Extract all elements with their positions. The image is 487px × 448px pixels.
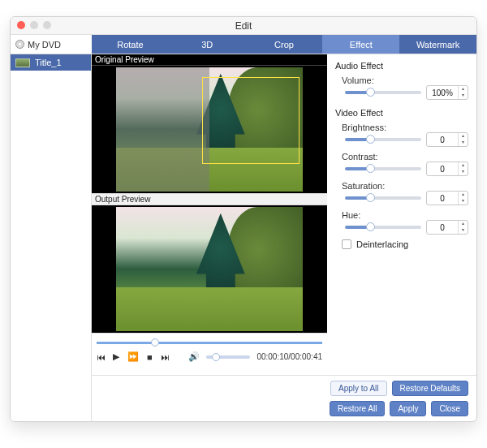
sidebar-item-label: Title_1 xyxy=(35,58,62,67)
brightness-slider[interactable] xyxy=(345,138,421,141)
original-preview-label: Original Preview xyxy=(92,54,327,66)
tab-rotate[interactable]: Rotate xyxy=(92,35,169,54)
mask-overlay xyxy=(116,67,209,192)
volume-icon[interactable]: 🔊 xyxy=(188,351,200,362)
restore-all-button[interactable]: Restore All xyxy=(330,401,385,416)
window-title: Edit xyxy=(11,17,476,35)
transport-bar: ⏮ ▶ ⏩ ■ ⏭ 🔊 00:00:10/00:00:41 xyxy=(92,333,327,375)
original-preview[interactable] xyxy=(92,66,327,193)
title-sidebar: Title_1 xyxy=(11,54,92,421)
saturation-spinner[interactable]: 0▴▾ xyxy=(426,191,468,205)
titlebar: Edit xyxy=(11,17,476,35)
output-preview-label: Output Preview xyxy=(92,193,327,205)
video-effect-title: Video Effect xyxy=(335,108,468,118)
edit-window: Edit My DVD Rotate 3D Crop Effect Waterm… xyxy=(10,16,477,422)
hue-spinner[interactable]: 0▴▾ xyxy=(426,220,468,235)
effects-panel: Audio Effect Volume: 100% ▴▾ Video Effec… xyxy=(327,54,476,375)
source-name: My DVD xyxy=(28,40,61,50)
apply-to-all-button[interactable]: Apply to All xyxy=(330,381,386,396)
close-button[interactable]: Close xyxy=(431,401,468,416)
tab-bar: Rotate 3D Crop Effect Watermark xyxy=(92,35,476,54)
volume-spinner[interactable]: 100% ▴▾ xyxy=(426,85,468,100)
playback-volume-slider[interactable] xyxy=(206,355,250,359)
hue-slider[interactable] xyxy=(345,226,421,229)
stop-button[interactable]: ■ xyxy=(145,352,154,362)
crop-rectangle[interactable] xyxy=(202,77,300,164)
output-preview xyxy=(92,205,327,333)
close-window-icon[interactable] xyxy=(17,21,25,29)
brightness-label: Brightness: xyxy=(342,123,475,132)
tab-watermark[interactable]: Watermark xyxy=(399,35,476,54)
time-display: 00:00:10/00:00:41 xyxy=(256,352,322,361)
restore-defaults-button[interactable]: Restore Defaults xyxy=(392,381,468,396)
saturation-slider[interactable] xyxy=(345,196,421,200)
brightness-spinner[interactable]: 0▴▾ xyxy=(426,132,468,147)
apply-button[interactable]: Apply xyxy=(390,401,426,416)
next-frame-button[interactable]: ⏭ xyxy=(161,352,170,362)
zoom-window-icon[interactable] xyxy=(43,21,51,29)
tab-3d[interactable]: 3D xyxy=(169,35,246,54)
audio-effect-title: Audio Effect xyxy=(335,61,468,71)
tab-effect[interactable]: Effect xyxy=(322,35,399,54)
contrast-slider[interactable] xyxy=(345,167,421,170)
deinterlace-checkbox[interactable] xyxy=(342,239,351,249)
tab-crop[interactable]: Crop xyxy=(246,35,323,54)
deinterlace-label: Deinterlacing xyxy=(356,239,408,249)
volume-step-down[interactable]: ▾ xyxy=(459,93,468,99)
saturation-label: Saturation: xyxy=(342,181,475,191)
sidebar-item-title-1[interactable]: Title_1 xyxy=(11,54,91,71)
volume-step-up[interactable]: ▴ xyxy=(459,86,468,93)
title-thumbnail xyxy=(15,58,30,67)
seek-slider[interactable] xyxy=(97,337,322,348)
minimize-window-icon[interactable] xyxy=(30,21,38,29)
disc-icon xyxy=(15,40,24,49)
source-header: My DVD xyxy=(11,35,92,54)
prev-frame-button[interactable]: ⏮ xyxy=(97,352,106,362)
volume-value: 100% xyxy=(427,88,458,97)
play-button[interactable]: ▶ xyxy=(112,351,121,362)
hue-label: Hue: xyxy=(342,210,475,220)
footer-buttons: Apply to All Restore Defaults Restore Al… xyxy=(92,375,476,421)
contrast-spinner[interactable]: 0▴▾ xyxy=(426,162,468,176)
contrast-label: Contrast: xyxy=(342,152,475,162)
volume-slider[interactable] xyxy=(345,91,421,94)
fast-forward-button[interactable]: ⏩ xyxy=(127,351,139,362)
volume-label: Volume: xyxy=(342,75,475,85)
